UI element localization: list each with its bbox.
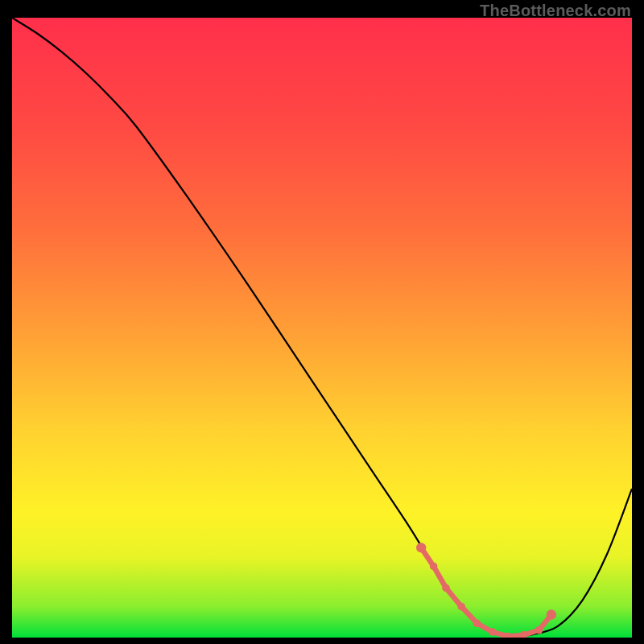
valley-dot	[535, 626, 543, 634]
valley-dot	[457, 603, 465, 611]
valley-dot	[430, 563, 438, 571]
valley-dot	[442, 584, 450, 592]
plot-area	[12, 18, 632, 638]
valley-dot	[547, 609, 556, 619]
valley-dot	[473, 619, 481, 627]
valley-dot	[416, 543, 426, 552]
gradient-background	[12, 18, 632, 638]
valley-dot	[489, 628, 497, 636]
chart-svg	[12, 18, 632, 638]
chart-stage: TheBottleneck.com	[0, 0, 644, 644]
